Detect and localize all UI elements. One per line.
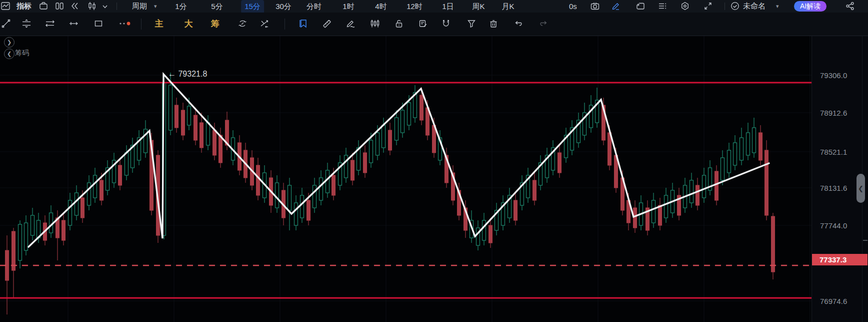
chevron-down-icon: ▾ [154,0,157,13]
divider [284,19,285,30]
overlay-chip-button[interactable]: 筹 [211,18,220,30]
top-toolbar: 指标 周期 ▾ 1分5分15分30分分时1时4时12时1日周K月K 0s 未命名… [0,0,868,13]
price-annotation: ← 79321.8 [168,70,207,78]
magnet-icon[interactable] [442,19,450,28]
replay-time[interactable]: 0s [569,0,577,13]
rect-tool-icon[interactable] [94,19,103,28]
add-pane-icon[interactable] [636,2,645,11]
axis-price-label: 78912.6 [820,109,847,117]
loop-edit-icon[interactable] [238,19,247,28]
timeframe-1时[interactable]: 1时 [339,0,358,14]
chevron-down-icon[interactable] [102,4,108,10]
trading-app: { "topbar": { "indicator_menu": "指标", "p… [0,0,868,322]
axis-price-label: 78131.6 [820,184,847,192]
briefcase-icon[interactable] [39,2,48,11]
collapse-indicator-icon[interactable]: ❮ [4,49,14,59]
indicator-label: 筹码 [15,49,29,58]
timeframe-月K[interactable]: 月K [498,0,518,14]
divider [724,3,725,10]
candle-style-icon[interactable] [88,2,96,11]
timeframe-1分[interactable]: 1分 [172,0,190,14]
timeframe-周K[interactable]: 周K [468,0,488,14]
hlines-swap-icon[interactable] [45,19,55,28]
ray-icon[interactable] [68,19,78,28]
price-axis[interactable]: 79306.078912.678521.178131.677744.076974… [812,36,868,322]
pencil-icon[interactable] [346,19,355,28]
overlay-main-button[interactable]: 主 [155,18,164,30]
bookmark-icon[interactable] [299,19,308,28]
share-icon[interactable] [846,2,854,11]
ruler-icon[interactable] [322,19,332,28]
divider [116,3,117,10]
period-menu[interactable]: 周期 [132,0,147,13]
redo-icon[interactable] [539,19,548,28]
trash-icon[interactable] [489,19,498,28]
axis-tick [863,240,868,241]
list-settings-icon[interactable] [658,2,667,11]
expand-panel-icon[interactable]: ❯ [4,37,14,48]
timeframe-分时[interactable]: 分时 [303,0,325,14]
candlestick-chart: ← 79321.8 [0,36,868,322]
brush-dots-icon[interactable] [118,19,132,28]
cloud-check-icon[interactable] [730,2,740,11]
lock-open-icon[interactable] [394,19,404,28]
timeframe-4时[interactable]: 4时 [372,0,390,14]
cross-line-icon[interactable] [260,19,270,28]
hlines-updown-icon[interactable] [22,19,32,28]
timeframe-12时[interactable]: 12时 [403,0,426,14]
timeframe-1日[interactable]: 1日 [438,0,457,14]
indicator-menu[interactable]: 指标 [16,0,32,13]
drawing-toolbar: 主 大 筹 [0,13,868,36]
layout-icon[interactable] [55,2,64,11]
trend-line-icon[interactable] [2,19,10,28]
candles-tool-icon[interactable] [370,19,380,28]
axis-price-label: 76974.6 [820,297,847,305]
undo-icon[interactable] [514,19,523,28]
last-price-badge: 77337.3 [812,254,868,265]
funnel-icon[interactable] [467,19,476,28]
chevron-down-icon: ▾ [776,0,779,13]
axis-price-label: 77744.0 [820,221,847,230]
edit-pencil-icon[interactable] [612,2,620,11]
wave-chart-icon[interactable] [1,2,10,11]
ai-analysis-button[interactable]: AI解读 [794,1,826,12]
axis-price-label: 78521.1 [820,148,847,156]
panel-drag-handle[interactable]: ❮ [856,174,865,203]
divider [141,19,142,30]
settings-hexagon-icon[interactable] [680,2,690,11]
rewind-icon[interactable] [70,2,80,11]
doc-name[interactable]: 未命名 [743,0,766,13]
timeframe-5分[interactable]: 5分 [208,0,226,14]
overlay-big-button[interactable]: 大 [184,18,193,30]
fullscreen-icon[interactable] [704,2,712,11]
axis-price-label: 79306.0 [820,71,847,80]
camera-icon[interactable] [590,2,600,11]
timeframe-15分[interactable]: 15分 [241,0,264,14]
chevron-left-icon: ❮ [858,185,864,192]
doc-edit-icon[interactable] [418,19,428,28]
timeframe-30分[interactable]: 30分 [272,0,295,14]
chart-canvas[interactable]: ← 79321.8 ❯ ❮ 筹码 79306.078912.678521.178… [0,36,868,322]
